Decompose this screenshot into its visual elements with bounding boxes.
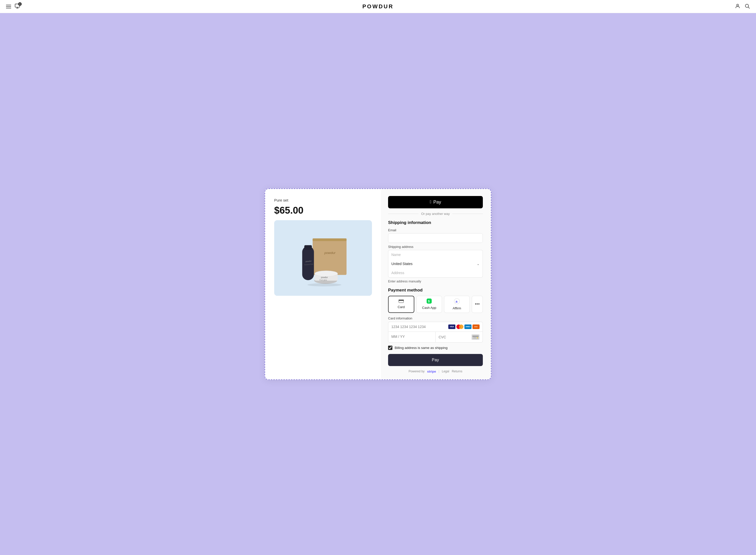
shipping-address-group: United States Canada United Kingdom Aust… xyxy=(388,250,483,279)
payment-section-title: Payment method xyxy=(388,288,483,293)
pay-divider: Or pay another way xyxy=(388,212,483,216)
card-pm-label: Card xyxy=(398,305,405,309)
affirm-pm-icon: a xyxy=(454,299,460,305)
svg-rect-27 xyxy=(473,337,476,338)
menu-icon[interactable] xyxy=(6,5,11,8)
svg-point-1 xyxy=(737,4,739,6)
email-input[interactable] xyxy=(388,233,483,243)
svg-rect-20 xyxy=(398,300,404,301)
card-cvc-input[interactable] xyxy=(439,335,463,339)
card-pm-icon xyxy=(398,299,404,304)
returns-link[interactable]: Returns xyxy=(452,370,462,373)
pay-button[interactable]: Pay xyxy=(388,354,483,366)
payment-method-cashapp[interactable]: $ Cash App xyxy=(416,296,442,313)
more-icon: ••• xyxy=(475,302,480,307)
billing-same-checkbox[interactable] xyxy=(388,346,392,350)
card-expiry-cvc-row xyxy=(388,332,483,343)
svg-rect-5 xyxy=(313,239,346,275)
shipping-section-title: Shipping information xyxy=(388,220,483,225)
card-number-input[interactable] xyxy=(391,325,448,329)
page-content: Pure set $65.00 powdur powdur Extreme Pu… xyxy=(0,13,756,555)
country-select-wrap: United States Canada United Kingdom Aust… xyxy=(388,259,483,268)
legal-link[interactable]: Legal xyxy=(442,370,449,373)
divider-line-left xyxy=(388,214,419,214)
address-input[interactable] xyxy=(388,268,483,278)
affirm-pm-label: Affirm xyxy=(453,306,461,310)
enter-address-manually-link[interactable]: Enter address manually xyxy=(388,280,483,283)
card-info-label: Card information xyxy=(388,316,483,320)
apple-logo:  xyxy=(430,200,431,205)
checkout-footer: Powered by stripe | Legal Returns xyxy=(388,370,483,373)
visa-icon: VISA xyxy=(448,325,455,329)
left-panel: Pure set $65.00 powdur powdur Extreme Pu… xyxy=(265,189,381,379)
email-label: Email xyxy=(388,228,483,232)
card-brand-icons: VISA AMEX DISC xyxy=(448,325,479,329)
svg-rect-9 xyxy=(304,245,312,250)
cvc-card-icon xyxy=(471,334,479,340)
stripe-logo: stripe xyxy=(427,370,436,373)
user-icon[interactable] xyxy=(735,3,741,10)
mastercard-icon xyxy=(456,325,463,329)
country-select[interactable]: United States Canada United Kingdom Aust… xyxy=(388,259,482,268)
shipping-address-label: Shipping address xyxy=(388,245,483,249)
product-image: powdur powdur Extreme Pure powdur Pure g… xyxy=(274,220,372,296)
svg-line-3 xyxy=(748,7,749,8)
billing-same-row: Billing address is same as shipping xyxy=(388,346,483,350)
svg-text:Pure glow: Pure glow xyxy=(320,279,327,281)
svg-text:$: $ xyxy=(428,300,430,303)
card-expiry-wrap xyxy=(388,332,436,343)
card-expiry-input[interactable] xyxy=(391,335,432,339)
svg-text:powdur: powdur xyxy=(324,251,336,255)
cart-badge: 0 xyxy=(18,2,22,6)
svg-text:a: a xyxy=(456,300,458,303)
brand-name: POWDUR xyxy=(362,3,394,9)
svg-text:powdur: powdur xyxy=(321,276,328,279)
brand-logo: POWDUR xyxy=(362,3,394,10)
checkout-card: Pure set $65.00 powdur powdur Extreme Pu… xyxy=(265,188,491,380)
divider-line-right xyxy=(452,214,483,214)
product-price: $65.00 xyxy=(274,205,372,216)
svg-rect-25 xyxy=(472,335,478,339)
billing-same-label: Billing address is same as shipping xyxy=(394,346,448,350)
product-name: Pure set xyxy=(274,198,372,202)
amex-icon: AMEX xyxy=(464,325,471,329)
svg-rect-19 xyxy=(399,299,404,303)
payment-method-affirm[interactable]: a Affirm xyxy=(444,296,470,313)
cart-icon[interactable]: 0 xyxy=(15,3,20,10)
apple-pay-label: Pay xyxy=(433,200,441,205)
svg-rect-26 xyxy=(472,336,478,337)
payment-methods-row: Card $ Cash App xyxy=(388,296,483,313)
cashapp-pm-label: Cash App xyxy=(422,306,436,310)
navbar-right xyxy=(735,3,750,10)
divider-text: Or pay another way xyxy=(421,212,450,216)
discover-icon: DISC xyxy=(472,325,479,329)
navbar: 0 POWDUR xyxy=(0,0,756,13)
svg-rect-6 xyxy=(313,239,346,241)
more-payment-methods-button[interactable]: ••• xyxy=(472,296,483,313)
card-number-wrap: VISA AMEX DISC xyxy=(388,322,483,332)
search-icon[interactable] xyxy=(745,3,750,10)
navbar-left: 0 xyxy=(6,3,20,10)
payment-method-card[interactable]: Card xyxy=(388,296,414,313)
svg-point-18 xyxy=(307,284,341,287)
svg-rect-28 xyxy=(477,337,478,338)
footer-divider: | xyxy=(438,370,439,373)
name-input[interactable] xyxy=(388,250,483,259)
apple-pay-button[interactable]:  Pay xyxy=(388,196,483,208)
cashapp-pm-icon: $ xyxy=(427,299,432,305)
right-panel:  Pay Or pay another way Shipping inform… xyxy=(381,189,491,379)
card-cvc-wrap xyxy=(436,332,483,343)
powered-by-text: Powered by xyxy=(409,370,424,373)
